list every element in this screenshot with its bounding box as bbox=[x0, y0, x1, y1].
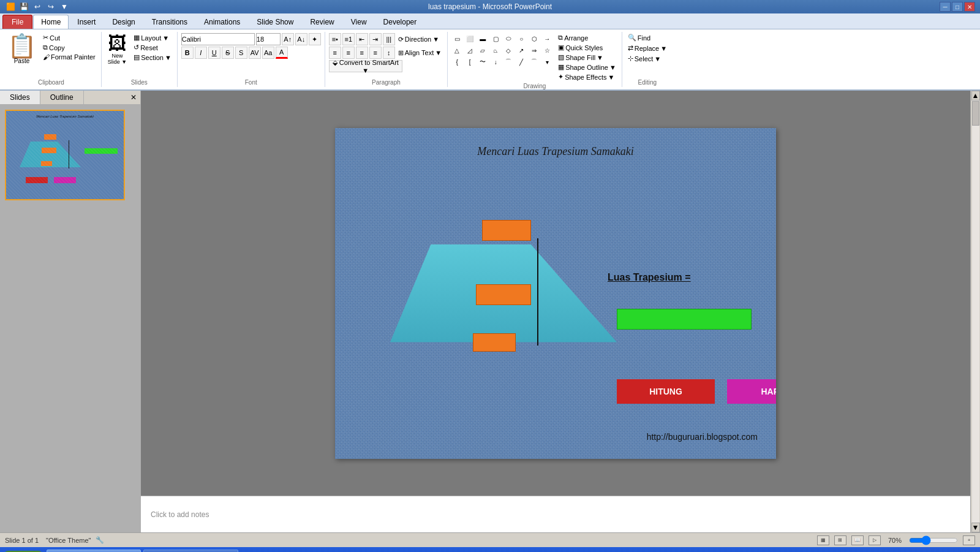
tab-transitions[interactable]: Transitions bbox=[144, 15, 195, 29]
align-right-button[interactable]: ≡ bbox=[356, 47, 368, 59]
slide-thumbnail[interactable]: Mencari Luas Trapesium Samakaki bbox=[5, 110, 125, 200]
justify-button[interactable]: ≡ bbox=[369, 47, 382, 59]
font-name-input[interactable] bbox=[181, 33, 255, 45]
bullets-button[interactable]: ≡• bbox=[329, 33, 341, 45]
reading-view-button[interactable]: 📖 bbox=[851, 535, 864, 545]
zoom-in-button[interactable]: + bbox=[963, 535, 975, 545]
clear-format-button[interactable]: ✦ bbox=[309, 33, 321, 45]
numbering-button[interactable]: ≡1 bbox=[342, 33, 355, 45]
redo-icon[interactable]: ↪ bbox=[45, 1, 56, 12]
paste-button[interactable]: 📋 Paste bbox=[5, 33, 39, 78]
align-center-button[interactable]: ≡ bbox=[342, 47, 355, 59]
shape-rtriangle[interactable]: ◿ bbox=[464, 45, 475, 56]
line-spacing-button[interactable]: ↕ bbox=[383, 47, 395, 59]
shape-arc[interactable]: ⌒ bbox=[503, 56, 514, 67]
shape-wave[interactable]: 〜 bbox=[477, 56, 488, 67]
slideshow-button[interactable]: ▷ bbox=[869, 535, 881, 545]
layout-button[interactable]: ▦ Layout ▼ bbox=[132, 33, 173, 42]
slide[interactable]: Mencari Luas Trapesium Samakaki Luas Tra… bbox=[335, 128, 776, 459]
shape-star[interactable]: ☆ bbox=[541, 45, 552, 56]
increase-font-button[interactable]: A↑ bbox=[282, 33, 294, 45]
increase-indent-button[interactable]: ⇥ bbox=[369, 33, 382, 45]
new-slide-button[interactable]: 🖼 NewSlide ▼ bbox=[105, 33, 129, 66]
shape-diamond[interactable]: ◇ bbox=[503, 45, 514, 56]
orange-box-top[interactable] bbox=[482, 220, 531, 241]
decrease-indent-button[interactable]: ⇤ bbox=[356, 33, 368, 45]
italic-button[interactable]: I bbox=[195, 47, 207, 59]
orange-box-middle[interactable] bbox=[476, 284, 531, 305]
shape-effects-button[interactable]: ✦ Shape Effects ▼ bbox=[556, 72, 618, 81]
arrange-button[interactable]: ⧉ Arrange bbox=[556, 33, 618, 42]
underline-button[interactable]: U bbox=[208, 47, 221, 59]
shadow-button[interactable]: S bbox=[235, 47, 247, 59]
notes-area[interactable]: Click to add notes bbox=[141, 496, 970, 532]
scroll-thumb[interactable] bbox=[972, 101, 979, 126]
shape-arrow-curved[interactable]: ↗ bbox=[516, 45, 527, 56]
shape-circle[interactable]: ○ bbox=[516, 33, 527, 44]
text-direction-button[interactable]: ⟳ Direction ▼ bbox=[396, 35, 441, 44]
close-button[interactable]: ✕ bbox=[964, 2, 975, 12]
section-button[interactable]: ▤ Section ▼ bbox=[132, 53, 173, 62]
bold-button[interactable]: B bbox=[181, 47, 194, 59]
tab-insert[interactable]: Insert bbox=[69, 15, 104, 29]
hapus-button[interactable]: HAPUS bbox=[727, 379, 776, 404]
shape-brace[interactable]: { bbox=[451, 56, 462, 67]
cut-button[interactable]: ✂ Cut bbox=[41, 33, 97, 42]
undo-icon[interactable]: ↩ bbox=[32, 1, 43, 12]
shape-round-rect[interactable]: ▢ bbox=[490, 33, 501, 44]
spacing-button[interactable]: AV bbox=[249, 47, 261, 59]
tab-developer[interactable]: Developer bbox=[375, 15, 425, 29]
slides-tab[interactable]: Slides bbox=[0, 91, 40, 104]
taskbar-item-vba[interactable]: 🟦 Microsoft Visual Basic ... bbox=[143, 550, 239, 552]
normal-view-button[interactable]: ▦ bbox=[817, 535, 829, 545]
case-button[interactable]: Aa bbox=[262, 47, 274, 59]
scroll-up-button[interactable]: ▲ bbox=[971, 91, 980, 100]
restore-button[interactable]: □ bbox=[952, 2, 963, 12]
strikethrough-button[interactable]: S bbox=[222, 47, 234, 59]
scroll-track[interactable] bbox=[972, 100, 979, 523]
shape-hexagon[interactable]: ⬡ bbox=[529, 33, 540, 44]
tab-slideshow[interactable]: Slide Show bbox=[249, 15, 301, 29]
tab-review[interactable]: Review bbox=[302, 15, 342, 29]
decrease-font-button[interactable]: A↓ bbox=[295, 33, 307, 45]
shape-outline-button[interactable]: ▦ Shape Outline ▼ bbox=[556, 62, 618, 72]
format-painter-button[interactable]: 🖌 Format Painter bbox=[41, 53, 97, 61]
orange-box-bottom[interactable] bbox=[473, 333, 516, 352]
quick-styles-button[interactable]: ▣ Quick Styles bbox=[556, 43, 618, 52]
vertical-scrollbar[interactable]: ▲ ▼ bbox=[970, 91, 980, 532]
slide-title[interactable]: Mencari Luas Trapesium Samakaki bbox=[335, 145, 776, 158]
slide-container[interactable]: Mencari Luas Trapesium Samakaki Luas Tra… bbox=[141, 91, 970, 496]
taskbar-item-powerpoint[interactable]: 🟥 luas trapesium - Micro... bbox=[47, 550, 140, 552]
shape-trapezoid[interactable]: ⏢ bbox=[490, 45, 501, 56]
green-result-bar[interactable] bbox=[617, 309, 752, 330]
zoom-slider[interactable] bbox=[909, 537, 958, 544]
shape-fill-button[interactable]: ▧ Shape Fill ▼ bbox=[556, 53, 618, 62]
replace-button[interactable]: ⇄ Replace ▼ bbox=[626, 43, 669, 53]
align-text-button[interactable]: ⊞ Align Text ▼ bbox=[396, 48, 443, 58]
reset-button[interactable]: ↺ Reset bbox=[132, 43, 173, 52]
shape-down[interactable]: ↓ bbox=[490, 56, 501, 67]
shape-arrow-right[interactable]: → bbox=[541, 33, 552, 44]
font-size-input[interactable] bbox=[256, 33, 281, 45]
outline-tab[interactable]: Outline bbox=[40, 91, 84, 104]
minimize-button[interactable]: ─ bbox=[940, 2, 951, 12]
shape-more[interactable]: ▾ bbox=[541, 56, 552, 67]
save-icon[interactable]: 💾 bbox=[18, 1, 29, 12]
shape-triangle[interactable]: △ bbox=[451, 45, 462, 56]
slide-sorter-button[interactable]: ⊞ bbox=[834, 535, 846, 545]
shape-rect[interactable]: ▭ bbox=[451, 33, 462, 44]
hitung-button[interactable]: HITUNG bbox=[617, 379, 715, 404]
shape-parallelogram[interactable]: ▱ bbox=[477, 45, 488, 56]
tab-animations[interactable]: Animations bbox=[196, 15, 248, 29]
scroll-down-button[interactable]: ▼ bbox=[971, 523, 980, 532]
shape-rect2[interactable]: ▬ bbox=[477, 33, 488, 44]
shape-connector[interactable]: ⌒ bbox=[529, 56, 540, 67]
convert-smartart-button[interactable]: ⬙ Convert to SmartArt ▼ bbox=[329, 60, 402, 72]
tab-view[interactable]: View bbox=[343, 15, 375, 29]
font-color-button[interactable]: A bbox=[276, 47, 288, 59]
copy-button[interactable]: ⧉ Copy bbox=[41, 43, 97, 52]
customize-icon[interactable]: ▼ bbox=[59, 1, 70, 12]
select-button[interactable]: ⊹ Select ▼ bbox=[626, 54, 663, 63]
tab-home[interactable]: Home bbox=[33, 15, 69, 29]
tab-file[interactable]: File bbox=[2, 15, 32, 29]
